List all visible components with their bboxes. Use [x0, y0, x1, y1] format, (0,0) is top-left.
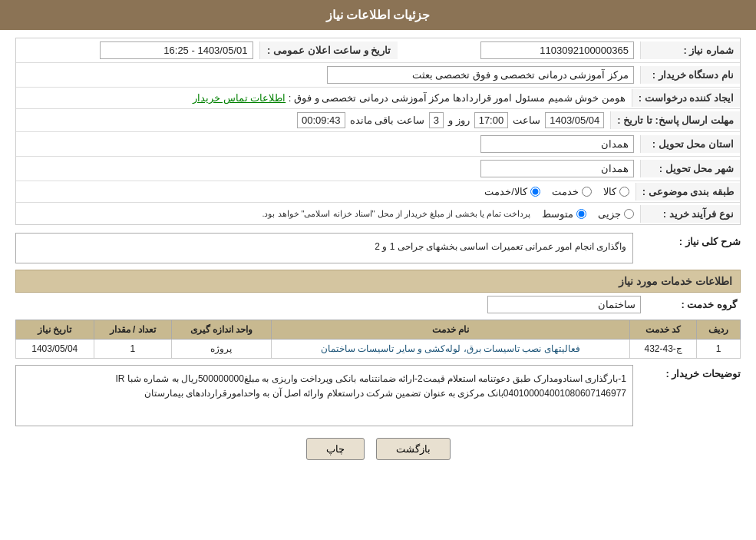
request-number-value: 1103092100000365 [398, 38, 641, 62]
category-radio-service[interactable] [582, 187, 592, 197]
requester-text: هومن خوش شمیم مسئول امور قراردادها مرکز … [289, 92, 626, 104]
buyer-org-label: نام دستگاه خریدار : [640, 66, 740, 84]
category-label-both: کالا/خدمت [484, 186, 527, 197]
category-label-goods: کالا [603, 186, 616, 197]
col-quantity: تعداد / مقدار [94, 320, 171, 340]
city-label: شهر محل تحویل : [640, 160, 740, 177]
col-service-name: نام خدمت [271, 320, 629, 340]
buyer-desc-box: 1-بارگذاری اسنادومدارک طبق دعوتنامه استع… [15, 365, 633, 426]
request-number-row: شماره نیاز : 1103092100000365 تاریخ و سا… [16, 38, 740, 63]
service-group-row: گروه خدمت : ساختمان [15, 296, 741, 313]
purchase-label-partial: جزیی [598, 208, 621, 220]
cell-service-name: فعالیتهای نصب تاسیسات برق، لوله‌کشی و سا… [271, 340, 629, 359]
purchase-option-partial: جزیی [598, 208, 634, 220]
button-row: بازگشت چاپ [15, 438, 741, 460]
requester-value: هومن خوش شمیم مسئول امور قراردادها مرکز … [16, 89, 632, 107]
category-row: طبقه بندی موضوعی : کالا خدمت [16, 181, 740, 203]
deadline-time-label: ساعت [513, 114, 540, 126]
category-option-service: خدمت [552, 186, 592, 197]
table-head: ردیف کد خدمت نام خدمت واحد اندازه گیری ت… [16, 320, 741, 340]
cell-quantity: 1 [94, 340, 171, 359]
remaining-time: 00:09:43 [297, 112, 345, 128]
requester-row: ایجاد کننده درخواست : هومن خوش شمیم مسئو… [16, 88, 740, 109]
category-radio-group: کالا خدمت کالا/خدمت [22, 186, 629, 197]
deadline-day-label: روز و [448, 114, 470, 126]
city-row: شهر محل تحویل : همدان [16, 157, 740, 181]
purchase-option-medium: متوسط [542, 208, 586, 220]
deadline-days: 3 [429, 112, 444, 128]
deadline-time: 17:00 [474, 112, 509, 128]
announce-input: 1403/05/01 - 16:25 [100, 41, 253, 59]
service-group-input: ساختمان [487, 296, 641, 313]
purchase-label-medium: متوسط [542, 208, 573, 220]
purchase-type-value: جزیی متوسط پرداخت تمام یا بخشی از مبلغ خ… [16, 205, 640, 223]
announce-label: تاریخ و ساعت اعلان عمومی : [259, 41, 398, 59]
remaining-label: ساعت باقی مانده [350, 114, 424, 126]
page-wrapper: جزئیات اطلاعات نیاز شماره نیاز : 1103092… [0, 0, 756, 540]
requester-label: ایجاد کننده درخواست : [632, 89, 740, 107]
city-value: همدان [16, 157, 640, 181]
province-row: استان محل تحویل : همدان [16, 132, 740, 157]
services-table-section: ردیف کد خدمت نام خدمت واحد اندازه گیری ت… [15, 320, 741, 359]
purchase-type-label: نوع فرآیند خرید : [640, 205, 740, 223]
buyer-desc-section: توضیحات خریدار : 1-بارگذاری اسنادومدارک … [15, 365, 741, 426]
deadline-values: 1403/05/04 ساعت 17:00 روز و 3 ساعت باقی … [16, 109, 610, 131]
page-title: جزئیات اطلاعات نیاز [326, 8, 431, 22]
col-row-num: ردیف [697, 320, 741, 340]
cell-row-num: 1 [697, 340, 741, 359]
buyer-org-row: نام دستگاه خریدار : مرکز آموزشی درمانی ت… [16, 63, 740, 88]
cell-date: 1403/05/04 [16, 340, 94, 359]
main-content: شماره نیاز : 1103092100000365 تاریخ و سا… [0, 30, 756, 479]
col-date: تاریخ نیاز [16, 320, 94, 340]
deadline-label: مهلت ارسال پاسخ: تا تاریخ : [610, 111, 740, 129]
request-number-label: شماره نیاز : [640, 41, 740, 59]
table-header-row: ردیف کد خدمت نام خدمت واحد اندازه گیری ت… [16, 320, 741, 340]
province-value: همدان [16, 132, 640, 156]
category-option-both: کالا/خدمت [484, 186, 540, 197]
back-button[interactable]: بازگشت [376, 438, 451, 460]
buyer-org-input: مرکز آموزشی درمانی تخصصی و فوق تخصصی بعث… [327, 66, 634, 84]
service-group-label: گروه خدمت : [641, 299, 741, 310]
general-desc-label: شرح کلی نیاز : [641, 233, 741, 247]
buyer-org-value: مرکز آموزشی درمانی تخصصی و فوق تخصصی بعث… [16, 63, 640, 87]
category-radio-goods[interactable] [619, 187, 629, 197]
purchase-radio-partial[interactable] [624, 209, 634, 219]
services-table: ردیف کد خدمت نام خدمت واحد اندازه گیری ت… [15, 320, 741, 359]
page-header: جزئیات اطلاعات نیاز [0, 0, 756, 30]
general-desc-section: شرح کلی نیاز : واگذاری انجام امور عمرانی… [15, 233, 741, 263]
deadline-row: مهلت ارسال پاسخ: تا تاریخ : 1403/05/04 س… [16, 109, 740, 132]
contact-link[interactable]: اطلاعات تماس خریدار [193, 92, 286, 104]
col-service-code: کد خدمت [629, 320, 696, 340]
table-row: 1 ج-43-432 فعالیتهای نصب تاسیسات برق، لو… [16, 340, 741, 359]
category-radio-both[interactable] [530, 187, 540, 197]
province-input: همدان [480, 135, 634, 153]
buyer-desc-value: 1-بارگذاری اسنادومدارک طبق دعوتنامه استع… [15, 365, 633, 426]
table-body: 1 ج-43-432 فعالیتهای نصب تاسیسات برق، لو… [16, 340, 741, 359]
purchase-type-row: نوع فرآیند خرید : جزیی متوسط پرداخت تمام… [16, 203, 740, 224]
announce-value: 1403/05/01 - 16:25 [16, 38, 259, 62]
general-desc-box: واگذاری انجام امور عمرانی تعمیرات اساسی … [15, 233, 633, 263]
top-info-section: شماره نیاز : 1103092100000365 تاریخ و سا… [15, 38, 741, 225]
purchase-radio-group: جزیی متوسط پرداخت تمام یا بخشی از مبلغ خ… [22, 208, 634, 220]
purchase-note: پرداخت تمام یا بخشی از مبلغ خریدار از مح… [262, 209, 530, 219]
service-group-value: ساختمان [487, 296, 641, 313]
category-option-goods: کالا [603, 186, 629, 197]
col-unit: واحد اندازه گیری [171, 320, 271, 340]
province-label: استان محل تحویل : [640, 135, 740, 153]
category-label: طبقه بندی موضوعی : [636, 183, 740, 200]
purchase-radio-medium[interactable] [576, 209, 586, 219]
print-button[interactable]: چاپ [306, 438, 365, 460]
request-number-input: 1103092100000365 [480, 41, 634, 59]
city-input: همدان [480, 160, 634, 177]
buyer-desc-label: توضیحات خریدار : [641, 365, 741, 379]
category-value: کالا خدمت کالا/خدمت [16, 183, 636, 200]
cell-unit: پروژه [171, 340, 271, 359]
general-desc-value: واگذاری انجام امور عمرانی تعمیرات اساسی … [15, 233, 633, 263]
service-info-title: اطلاعات خدمات مورد نیاز [15, 270, 741, 293]
deadline-date: 1403/05/04 [545, 112, 604, 128]
cell-service-code: ج-43-432 [629, 340, 696, 359]
category-label-service: خدمت [552, 186, 579, 197]
